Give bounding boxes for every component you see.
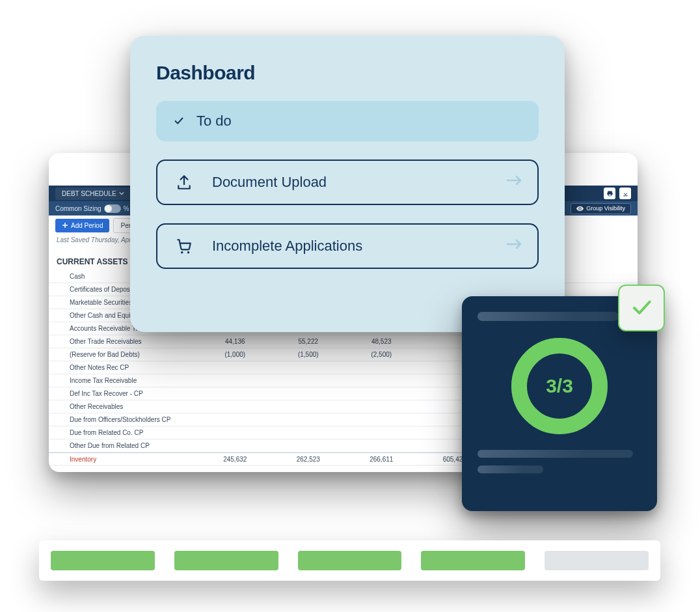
row-label: Due from Officers/Stockholders CP [49,416,198,423]
cell[interactable]: 48,523 [345,338,418,345]
tab-label: DEBT SCHEDULE [62,190,116,197]
todo-label: To do [196,113,232,130]
skeleton-line [478,450,633,458]
plus-icon [62,222,68,229]
success-badge [618,285,665,331]
chevron-down-icon [119,191,124,196]
svg-point-1 [187,251,189,253]
add-period-label: Add Period [71,222,103,229]
row-label: Income Tax Receivable [49,377,198,384]
step-segment [298,551,402,570]
group-visibility-button[interactable]: Group Visibility [571,203,631,214]
common-sizing-toggle[interactable] [104,204,121,213]
dashboard-title: Dashboard [156,62,539,84]
arrow-right-icon [506,238,523,251]
row-label: Other Receivables [49,403,198,410]
check-icon [629,296,654,320]
eye-icon [576,205,584,212]
task-label: Incomplete Applications [212,238,362,255]
dashboard-card: Dashboard To do Document Upload Incomple… [130,36,565,332]
task-label: Document Upload [212,174,327,191]
task-incomplete-applications[interactable]: Incomplete Applications [156,223,539,269]
section-current-assets: CURRENT ASSETS [57,257,128,266]
cell[interactable]: (1,000) [198,351,272,358]
cell[interactable]: 55,222 [272,338,345,345]
print-icon [606,190,613,197]
row-label: Other Trade Receivables [49,338,198,345]
common-sizing-label: Common Sizing [55,205,101,212]
progress-ring: 3/3 [507,334,612,438]
svg-point-0 [181,251,183,253]
step-progress-bar [39,540,660,581]
cell[interactable]: 245,632 [198,456,272,463]
cell[interactable]: (1,500) [272,351,345,358]
row-label: (Reserve for Bad Debts) [49,351,198,358]
upload-icon [176,174,193,191]
add-period-button[interactable]: Add Period [55,219,109,232]
row-label: Other Due from Related CP [49,442,198,449]
skeleton-line [478,312,619,321]
print-button[interactable] [604,188,615,199]
cell[interactable]: (2,500) [345,351,418,358]
check-icon [173,115,185,127]
step-segment [51,551,155,570]
cart-icon [176,238,193,255]
step-segment [545,551,649,570]
cell[interactable]: 44,136 [198,338,272,345]
step-segment [174,551,278,570]
row-label: Inventory [49,456,198,463]
arrow-right-icon [506,174,523,187]
skeleton-line [478,466,543,473]
cell[interactable]: 262,523 [272,456,345,463]
row-label: Other Notes Rec CP [49,364,198,371]
group-visibility-label: Group Visibility [586,205,625,212]
tab-debt-schedule[interactable]: DEBT SCHEDULE [55,188,135,200]
download-icon [622,190,629,197]
percent-label: % [124,205,129,212]
todo-section[interactable]: To do [156,101,539,141]
row-label: Due from Related Co. CP [49,429,198,436]
row-label: Def Inc Tax Recover - CP [49,390,198,397]
step-segment [421,551,525,570]
download-button[interactable] [619,188,631,199]
cell[interactable]: 266,611 [345,456,418,463]
task-document-upload[interactable]: Document Upload [156,160,539,205]
progress-ratio: 3/3 [507,334,612,438]
